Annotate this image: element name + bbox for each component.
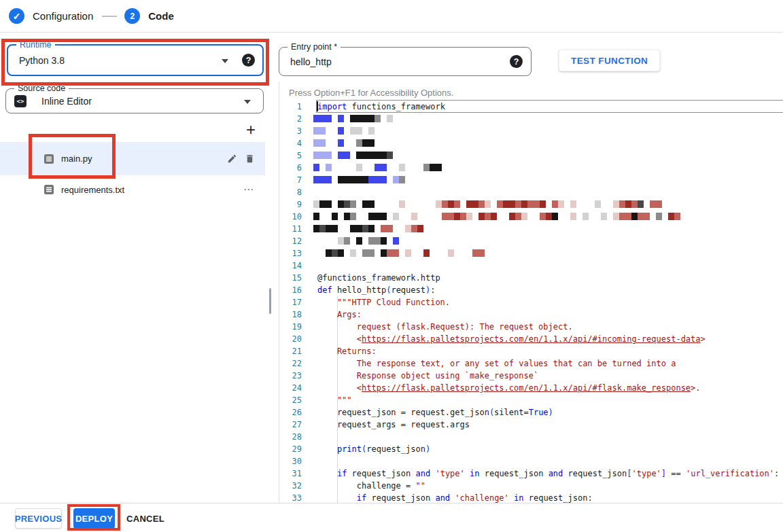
line-number: 33 — [279, 492, 311, 503]
code-line-5[interactable]: 5 — [279, 149, 783, 162]
step-configuration-check-icon[interactable]: ✓ — [9, 8, 24, 24]
text-cursor — [317, 101, 318, 111]
line-number: 8 — [279, 186, 311, 198]
code-text: The response text, or any set of values … — [317, 357, 676, 370]
step-code-number[interactable]: 2 — [124, 8, 140, 24]
line-number: 17 — [279, 296, 311, 308]
chevron-down-icon[interactable] — [244, 100, 251, 104]
code-lines[interactable]: 1import functions_framework2345678910111… — [279, 101, 783, 503]
code-line-17[interactable]: 17 """HTTP Cloud Function. — [279, 296, 783, 308]
cancel-button[interactable]: CANCEL — [128, 508, 162, 529]
line-number: 11 — [279, 223, 311, 235]
code-line-3[interactable]: 3 — [279, 125, 783, 137]
code-line-2[interactable]: 2 — [279, 113, 783, 125]
line-number: 21 — [279, 345, 311, 357]
code-editor[interactable]: Press Option+F1 for Accessibility Option… — [279, 82, 783, 503]
code-line-14[interactable]: 14 — [279, 260, 783, 272]
redacted-code-blocks — [313, 115, 393, 122]
entry-point-help-icon[interactable]: ? — [510, 55, 523, 68]
step-connector — [102, 16, 117, 17]
code-line-30[interactable]: 30 — [279, 455, 783, 467]
redacted-code-blocks — [313, 152, 393, 159]
code-line-22[interactable]: 22 The response text, or any set of valu… — [279, 357, 783, 370]
code-line-9[interactable]: 9 — [279, 198, 783, 211]
code-line-32[interactable]: 32 challenge = "" — [279, 480, 783, 492]
line-number: 20 — [279, 333, 311, 345]
line-number: 3 — [279, 125, 311, 137]
code-text: Returns: — [317, 345, 377, 357]
code-line-12[interactable]: 12 — [279, 235, 783, 247]
footer-bar: PREVIOUS DEPLOY CANCEL — [0, 503, 783, 532]
line-number: 9 — [279, 198, 311, 211]
code-line-33[interactable]: 33 if request_json and 'challenge' in re… — [279, 492, 783, 503]
code-line-26[interactable]: 26 request_json = request.get_json(silen… — [279, 406, 783, 419]
file-row-requirements-txt[interactable]: requirements.txt ⋯ — [0, 178, 265, 201]
code-line-8[interactable]: 8 — [279, 186, 783, 198]
code-line-15[interactable]: 15@functions_framework.http — [279, 272, 783, 284]
code-text: request_args = request.args — [317, 419, 470, 431]
code-text: if request_json and 'challenge' in reque… — [317, 492, 593, 503]
line-number: 29 — [279, 443, 311, 455]
code-line-11[interactable]: 11 — [279, 223, 783, 235]
code-line-10[interactable]: 10 — [279, 211, 783, 223]
code-text: Response object using `make_response` — [317, 370, 538, 382]
code-text: request_json = request.get_json(silent=T… — [317, 406, 553, 419]
code-line-19[interactable]: 19 request (flask.Request): The request … — [279, 321, 783, 333]
redacted-code-blocks — [313, 176, 405, 183]
redacted-code-blocks — [313, 213, 680, 220]
step-configuration-label[interactable]: Configuration — [33, 10, 93, 22]
line-number: 13 — [279, 247, 311, 260]
redacted-code-blocks — [313, 139, 375, 147]
code-line-23[interactable]: 23 Response object using `make_response` — [279, 370, 783, 382]
code-line-13[interactable]: 13 — [279, 247, 783, 260]
file-row-main-py[interactable]: main.py — [0, 142, 265, 175]
code-line-21[interactable]: 21 Returns: — [279, 345, 783, 357]
code-line-7[interactable]: 7 — [279, 174, 783, 186]
runtime-select[interactable]: Runtime Python 3.8 ? — [7, 44, 264, 76]
line-number: 26 — [279, 406, 311, 419]
code-line-4[interactable]: 4 — [279, 137, 783, 149]
code-line-28[interactable]: 28 — [279, 431, 783, 443]
code-text: request (flask.Request): The request obj… — [317, 321, 573, 333]
code-line-6[interactable]: 6 — [279, 162, 783, 174]
code-line-24[interactable]: 24 <https://flask.palletsprojects.com/en… — [279, 382, 783, 394]
code-line-25[interactable]: 25 """ — [279, 394, 783, 406]
add-file-button[interactable]: + — [242, 121, 260, 139]
code-line-27[interactable]: 27 request_args = request.args — [279, 419, 783, 431]
entry-point-input[interactable]: Entry point * hello_http ? — [279, 47, 532, 76]
delete-file-icon[interactable] — [244, 153, 256, 164]
code-line-29[interactable]: 29 print(request_json) — [279, 443, 783, 455]
edit-file-icon[interactable] — [226, 153, 238, 164]
code-text: """HTTP Cloud Function. — [317, 296, 450, 308]
line-number: 18 — [279, 308, 311, 321]
code-text: <https://flask.palletsprojects.com/en/1.… — [317, 382, 701, 394]
code-text: """ — [317, 394, 352, 406]
scrollbar-thumb[interactable] — [269, 288, 271, 314]
file-icon — [44, 154, 54, 164]
runtime-value: Python 3.8 — [19, 46, 65, 75]
test-function-button[interactable]: TEST FUNCTION — [559, 50, 660, 71]
file-icon — [44, 184, 54, 195]
step-code-label: Code — [148, 10, 174, 22]
code-text: import functions_framework — [317, 101, 445, 113]
line-number: 32 — [279, 480, 311, 492]
line-number: 2 — [279, 113, 311, 125]
code-text: <https://flask.palletsprojects.com/en/1.… — [317, 333, 706, 345]
code-text: challenge = "" — [317, 480, 425, 492]
code-line-18[interactable]: 18 Args: — [279, 308, 783, 321]
entry-point-value: hello_http — [290, 48, 332, 75]
previous-button[interactable]: PREVIOUS — [15, 508, 62, 529]
source-code-select[interactable]: Source code <> Inline Editor — [5, 88, 264, 113]
file-name: main.py — [61, 154, 92, 164]
code-line-20[interactable]: 20 <https://flask.palletsprojects.com/en… — [279, 333, 783, 345]
code-line-1[interactable]: 1import functions_framework — [279, 101, 783, 113]
more-options-icon[interactable]: ⋯ — [243, 183, 254, 196]
code-icon: <> — [14, 95, 27, 107]
deploy-button[interactable]: DEPLOY — [73, 508, 115, 529]
code-line-31[interactable]: 31 if request_json and 'type' in request… — [279, 467, 783, 480]
code-line-16[interactable]: 16def hello_http(request): — [279, 284, 783, 296]
line-number: 1 — [279, 101, 311, 113]
redacted-code-blocks — [313, 225, 423, 232]
runtime-help-icon[interactable]: ? — [242, 54, 255, 67]
chevron-down-icon[interactable] — [222, 59, 228, 63]
